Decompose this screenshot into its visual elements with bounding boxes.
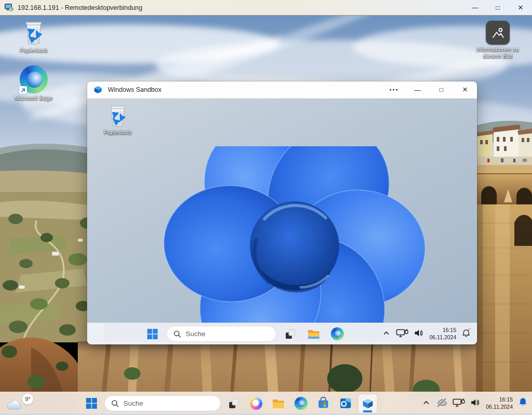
shortcut-arrow-icon <box>19 86 27 94</box>
copilot-icon <box>250 397 262 410</box>
desktop-icon-microsoft-edge[interactable]: Microsoft Edge <box>9 65 59 102</box>
sandbox-desktop-icon-papierkorb[interactable]: Papierkorb <box>94 104 141 136</box>
active-app-indicator <box>363 410 372 412</box>
cloud-slash-icon <box>436 398 447 407</box>
host-taskbar: 9° <box>0 392 532 415</box>
onedrive-tray-icon[interactable] <box>436 398 447 409</box>
network-tray-icon[interactable] <box>453 398 465 409</box>
desktop-icon-spotlight-info[interactable]: Informationen zu diesem Bild <box>473 21 523 60</box>
sandbox-minimize-button[interactable]: — <box>405 81 429 98</box>
volume-icon <box>414 329 424 337</box>
store-icon <box>317 397 330 410</box>
sandbox-focus-assist-bell[interactable]: z z <box>461 328 472 340</box>
sandbox-desktop: Papierkorb <box>87 99 477 323</box>
weather-widget[interactable]: 9° <box>5 392 34 415</box>
sandbox-clock[interactable]: 16:15 06.11.2024 <box>429 327 456 341</box>
image-info-icon <box>490 25 506 40</box>
sandbox-start-button[interactable] <box>143 325 162 343</box>
search-icon <box>111 399 119 408</box>
outlook-button[interactable] <box>336 394 355 413</box>
task-view-button[interactable] <box>225 394 243 413</box>
sandbox-close-button[interactable]: × <box>453 81 477 98</box>
folder-icon <box>272 397 285 410</box>
start-button[interactable] <box>82 394 101 413</box>
edge-icon <box>331 327 344 340</box>
windows-start-icon <box>147 328 158 340</box>
sandbox-search-box[interactable] <box>166 326 276 342</box>
weather-temperature: 9° <box>22 394 33 405</box>
sandbox-network-tray-icon[interactable] <box>396 328 409 340</box>
weather-cloud-icon <box>5 398 24 412</box>
recycle-bin-icon <box>22 20 45 46</box>
sandbox-window: Windows Sandbox — □ × <box>87 81 477 344</box>
edge-button[interactable] <box>291 394 310 413</box>
rdp-window: 192.168.1.191 - Remotedesktopverbindung … <box>0 0 532 415</box>
folder-icon <box>307 327 320 341</box>
tray-chevron[interactable] <box>422 398 431 409</box>
sandbox-tray-chevron[interactable] <box>382 329 391 339</box>
sandbox-maximize-button[interactable]: □ <box>429 81 453 98</box>
sandbox-file-explorer-button[interactable] <box>304 325 323 343</box>
sandbox-window-title: Windows Sandbox <box>108 86 162 93</box>
bell-filled-icon <box>518 397 528 407</box>
task-view-icon <box>284 328 297 340</box>
rdp-titlebar[interactable]: 192.168.1.191 - Remotedesktopverbindung … <box>0 0 532 16</box>
rdp-maximize-button[interactable]: □ <box>486 0 509 15</box>
notification-bell[interactable] <box>518 397 528 409</box>
edge-icon <box>295 397 307 410</box>
network-ethernet-icon <box>453 398 465 407</box>
clock[interactable]: 16:15 06.11.2024 <box>486 396 513 410</box>
task-view-icon <box>228 397 240 410</box>
recycle-bin-icon <box>107 104 128 128</box>
outlook-icon <box>339 397 352 410</box>
sandbox-volume-tray-icon[interactable] <box>414 329 424 339</box>
bloom-wallpaper <box>145 146 433 323</box>
sandbox-taskbar: 16:15 06.11.2024 z z <box>87 323 477 344</box>
desktop-icon-label: Microsoft Edge <box>15 95 52 102</box>
svg-text:z: z <box>470 328 471 330</box>
desktop-icon-label: Papierkorb <box>104 129 131 136</box>
sandbox-box-icon <box>361 397 374 410</box>
rdp-close-button[interactable]: × <box>509 0 532 15</box>
copilot-button[interactable] <box>247 394 265 413</box>
remote-desktop-icon <box>5 4 13 11</box>
windows-start-icon <box>86 397 97 409</box>
network-ethernet-icon <box>396 328 409 338</box>
taskbar-search-input[interactable] <box>123 399 191 407</box>
sandbox-more-options-button[interactable] <box>382 81 405 98</box>
file-explorer-button[interactable] <box>269 394 288 413</box>
sandbox-app-icon <box>93 85 103 94</box>
taskbar-search-box[interactable] <box>104 395 221 411</box>
volume-icon <box>470 398 481 407</box>
bell-zz-icon: z z <box>461 328 472 338</box>
desktop-icon-label: Informationen zu diesem Bild <box>473 46 523 60</box>
chevron-up-icon <box>382 329 391 337</box>
volume-tray-icon[interactable] <box>470 398 481 409</box>
desktop-icon-papierkorb[interactable]: Papierkorb <box>9 20 59 54</box>
more-options-icon <box>389 89 398 91</box>
windows-sandbox-button[interactable] <box>358 394 377 413</box>
microsoft-store-button[interactable] <box>314 394 332 413</box>
search-icon <box>173 330 181 338</box>
desktop-icon-label: Papierkorb <box>20 47 47 54</box>
chevron-up-icon <box>422 398 431 407</box>
rdp-minimize-button[interactable]: — <box>464 0 486 15</box>
sandbox-titlebar[interactable]: Windows Sandbox — □ × <box>87 81 477 99</box>
sandbox-task-view-button[interactable] <box>281 325 300 343</box>
sandbox-edge-button[interactable] <box>328 325 346 343</box>
remote-desktop: Papierkorb Microsoft Edge Informationen … <box>0 16 532 415</box>
rdp-window-title: 192.168.1.191 - Remotedesktopverbindung <box>18 4 142 11</box>
sandbox-search-input[interactable] <box>186 330 253 338</box>
